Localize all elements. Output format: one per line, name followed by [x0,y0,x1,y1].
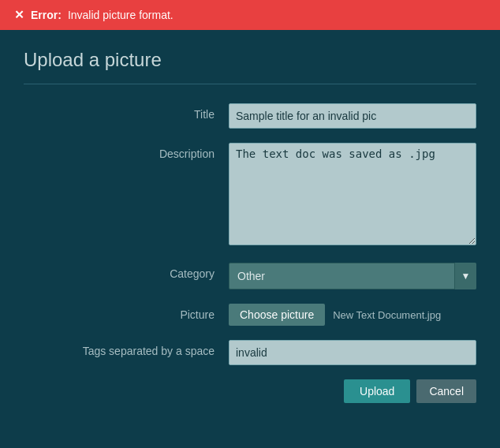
category-select-wrap: Other Nature People Technology Art ▼ [229,263,476,289]
error-message: Invalid picture format. [68,9,174,21]
category-label: Category [24,263,229,280]
main-content: Upload a picture Title Description The t… [0,30,500,419]
choose-picture-button[interactable]: Choose picture [229,304,325,326]
picture-controls: Choose picture New Text Document.jpg [229,304,476,326]
picture-row: Picture Choose picture New Text Document… [24,304,476,326]
divider [24,84,476,84]
title-field-wrap [229,103,476,129]
error-bold-label: Error: [31,9,62,21]
category-row: Category Other Nature People Technology … [24,263,476,289]
error-icon: ✕ [14,8,24,22]
description-label: Description [24,143,229,160]
tags-label: Tags separated by a space [24,340,229,357]
page-title: Upload a picture [24,49,476,71]
tags-field-wrap [229,340,476,365]
buttons-row: Upload Cancel [24,379,476,403]
tags-input[interactable] [229,340,476,365]
picture-label: Picture [24,304,229,321]
title-label: Title [24,103,229,121]
error-banner: ✕ Error: Invalid picture format. [0,0,500,30]
tags-row: Tags separated by a space [24,340,476,365]
title-input[interactable] [229,103,476,129]
description-row: Description The text doc was saved as .j… [24,143,476,248]
category-field-wrap: Other Nature People Technology Art ▼ [229,263,476,289]
file-name-label: New Text Document.jpg [333,309,441,321]
cancel-button[interactable]: Cancel [416,379,476,403]
upload-button[interactable]: Upload [344,379,410,403]
category-select[interactable]: Other Nature People Technology Art [229,263,476,289]
title-row: Title [24,103,476,129]
description-textarea[interactable]: The text doc was saved as .jpg [229,143,476,245]
picture-field-wrap: Choose picture New Text Document.jpg [229,304,476,326]
description-field-wrap: The text doc was saved as .jpg [229,143,476,248]
